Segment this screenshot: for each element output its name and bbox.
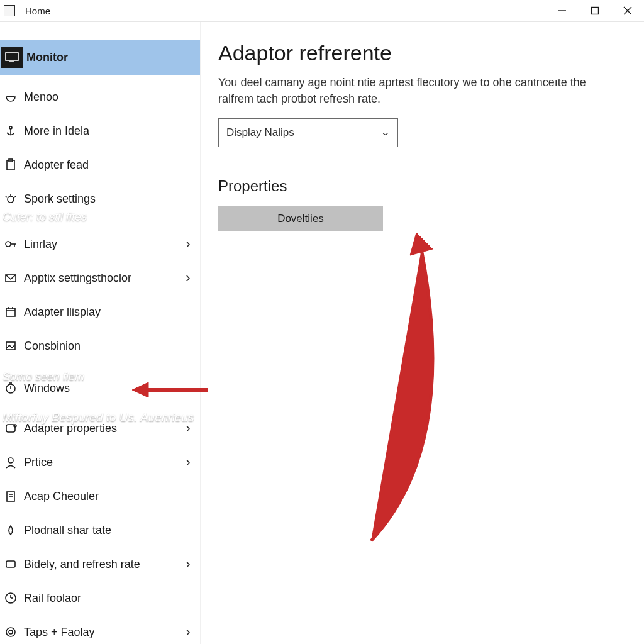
- clock-icon: [4, 591, 18, 605]
- device-icon: [4, 421, 18, 435]
- sidebar-item-linrlay[interactable]: Linrlay ›: [0, 227, 200, 261]
- rect-icon: [4, 557, 18, 571]
- svg-rect-1: [592, 8, 599, 14]
- titlebar: Home: [0, 0, 644, 22]
- sidebar-item-adapter-display[interactable]: Adapter llisplay: [0, 295, 200, 329]
- properties-button[interactable]: Doveltiies: [218, 206, 383, 231]
- chevron-right-icon: ›: [182, 624, 194, 640]
- chevron-right-icon: ›: [182, 454, 194, 470]
- sidebar-item-label: Prtice: [24, 456, 182, 469]
- envelope-icon: [4, 271, 18, 285]
- sidebar-item-label: Adapter llisplay: [24, 306, 194, 319]
- monitor-icon: [1, 47, 23, 68]
- display-select[interactable]: Display Nalips ⌄: [218, 118, 398, 147]
- close-button[interactable]: [611, 0, 644, 21]
- sidebar-item-more-idela[interactable]: More in Idela: [0, 114, 200, 148]
- sidebar: Monitor Menoo More in Idela Adopter fead…: [0, 22, 201, 644]
- sidebar-item-spork-settings[interactable]: Spork settings: [0, 182, 200, 216]
- app-icon: [4, 5, 15, 16]
- sidebar-item-label: Bidely, and refresh rate: [24, 558, 182, 571]
- sidebar-separator: [19, 367, 200, 367]
- svg-point-29: [8, 458, 13, 463]
- svg-point-15: [6, 242, 11, 247]
- image-icon: [4, 339, 18, 353]
- sidebar-item-plodnall[interactable]: Plodnall shar tate: [0, 513, 200, 547]
- close-icon: [623, 6, 632, 15]
- anchor-icon: [4, 124, 18, 138]
- sidebar-item-adapter-properties[interactable]: Adapter properties ›: [0, 411, 200, 445]
- chevron-down-icon: ⌄: [380, 128, 390, 137]
- sidebar-item-label: Taps + Faolay: [24, 626, 182, 639]
- ring-icon: [4, 625, 18, 639]
- titlebar-home[interactable]: Home: [25, 6, 50, 16]
- key-icon: [4, 237, 18, 251]
- sidebar-item-label: Acap Cheouler: [24, 490, 194, 503]
- drop-icon: [4, 523, 18, 537]
- maximize-button[interactable]: [579, 0, 611, 21]
- chevron-right-icon: ›: [182, 556, 194, 572]
- person-icon: [4, 455, 18, 469]
- sidebar-item-label: Monitor: [26, 51, 194, 64]
- svg-rect-19: [6, 308, 15, 316]
- sidebar-item-label: Menoo: [24, 91, 194, 104]
- minimize-button[interactable]: [546, 0, 579, 21]
- properties-button-label: Doveltiies: [277, 213, 324, 225]
- sidebar-item-label: More in Idela: [24, 125, 194, 138]
- board-icon: [4, 489, 18, 503]
- bowl-icon: [4, 90, 18, 104]
- sidebar-item-label: Linrlay: [24, 238, 182, 251]
- timer-icon: [4, 381, 18, 395]
- sidebar-item-menoo[interactable]: Menoo: [0, 80, 200, 114]
- page-description: You deel camany age noint ntie aprtest f…: [218, 74, 621, 107]
- sidebar-item-windows[interactable]: Windows: [0, 371, 200, 405]
- sidebar-item-label: Rail foolaor: [24, 592, 194, 605]
- sidebar-item-label: Consbinion: [24, 340, 194, 353]
- sidebar-item-label: Adopter fead: [24, 158, 194, 172]
- sidebar-item-label: Spork settings: [24, 192, 194, 206]
- svg-line-14: [14, 196, 16, 197]
- minimize-icon: [558, 6, 567, 15]
- svg-rect-4: [6, 53, 18, 60]
- chevron-right-icon: ›: [182, 270, 194, 286]
- sidebar-item-rail-foolaor[interactable]: Rail foolaor: [0, 581, 200, 615]
- display-select-value: Display Nalips: [226, 126, 294, 139]
- content-area: Adaptor refrerente You deel camany age n…: [201, 22, 644, 644]
- sidebar-item-prtice[interactable]: Prtice ›: [0, 445, 200, 479]
- bug-icon: [4, 192, 18, 206]
- svg-rect-33: [6, 561, 15, 567]
- sidebar-item-label: Windows: [24, 382, 194, 395]
- page-title: Adaptor refrerente: [218, 41, 626, 65]
- sidebar-item-monitor[interactable]: Monitor: [0, 40, 200, 75]
- sidebar-item-label: Plodnall shar tate: [24, 524, 194, 537]
- sidebar-item-adopter-fead[interactable]: Adopter fead: [0, 148, 200, 182]
- maximize-icon: [591, 6, 599, 15]
- sidebar-item-acap-cheouler[interactable]: Acap Cheouler: [0, 479, 200, 513]
- svg-point-37: [6, 628, 15, 636]
- chevron-right-icon: ›: [182, 236, 194, 252]
- sidebar-item-taps-faolay[interactable]: Taps + Faolay ›: [0, 615, 200, 644]
- svg-point-7: [9, 126, 12, 129]
- svg-point-11: [8, 196, 14, 203]
- chevron-right-icon: ›: [182, 420, 194, 436]
- calendar-icon: [4, 305, 18, 319]
- sidebar-item-label: Adapter properties: [24, 422, 182, 435]
- sidebar-item-label: Apptix settingsthoclor: [24, 272, 182, 285]
- svg-point-38: [9, 630, 13, 634]
- sidebar-item-apptix[interactable]: Apptix settingsthoclor ›: [0, 261, 200, 295]
- clipboard-icon: [4, 158, 18, 172]
- svg-line-13: [6, 196, 7, 197]
- properties-heading: Properties: [218, 177, 626, 195]
- sidebar-item-refresh-rate[interactable]: Bidely, and refresh rate ›: [0, 547, 200, 581]
- sidebar-item-consbinion[interactable]: Consbinion: [0, 329, 200, 363]
